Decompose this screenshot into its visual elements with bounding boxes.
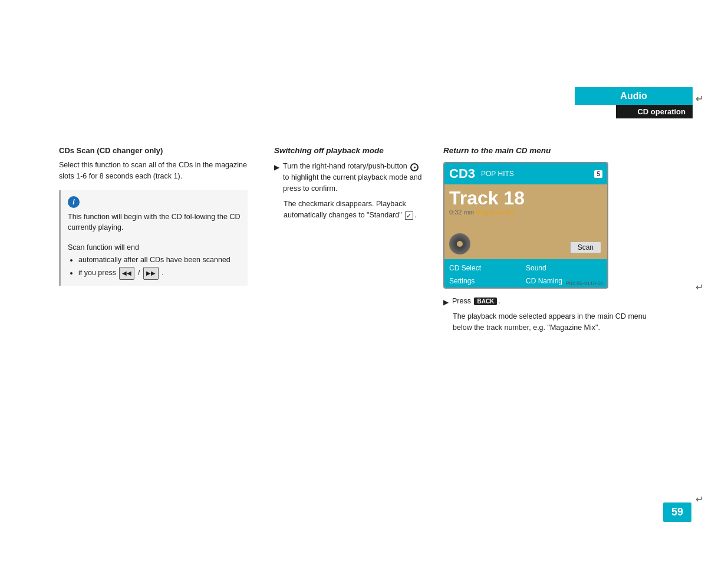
circle-icon: ●	[410, 163, 419, 171]
info-icon: i	[68, 196, 80, 208]
right-section-title: Return to the main CD menu	[443, 146, 661, 155]
arrow-icon-back: ▶	[443, 298, 449, 306]
cd3-label: CD3	[449, 166, 475, 181]
mid-section-title: Switching off playback mode	[274, 146, 427, 155]
bullet-list: automatically after all CDs have been sc…	[78, 253, 241, 280]
bullet-2-prefix: if you press	[78, 269, 116, 277]
info-text-1: This function will begin with the CD fol…	[68, 211, 241, 234]
pop-hits-label: POP HITS	[481, 170, 514, 178]
check-icon	[405, 211, 413, 220]
period: .	[162, 269, 163, 277]
arrow-icon-1: ▶	[274, 162, 279, 173]
back-button-label[interactable]: BACK	[474, 297, 497, 305]
footer-settings: Settings	[449, 275, 526, 287]
mid-column: Switching off playback mode ▶ Turn the r…	[274, 146, 427, 227]
left-column: CDs Scan (CD changer only) Select this f…	[59, 146, 248, 292]
next-btn-icon: ▶▶	[146, 268, 156, 279]
right-column: Return to the main CD menu CD3 POP HITS …	[443, 146, 661, 333]
vinyl-icon	[449, 233, 470, 254]
cd-screen-header: CD3 POP HITS 5	[444, 163, 607, 184]
arrow-decoration-bot: ↵	[696, 494, 703, 505]
page-number: 59	[663, 503, 691, 522]
arrow-decoration-top: ↵	[696, 93, 703, 104]
next-btn[interactable]: ▶▶	[143, 267, 159, 280]
track-label: Track 18	[449, 188, 602, 209]
audio-header: Audio	[575, 87, 693, 105]
mid-para-1: Turn the right-hand rotary/push-button ●…	[283, 161, 427, 194]
time-label: 0:32 min Magazine Mix	[449, 209, 602, 216]
arrow-decoration-mid: ↵	[696, 282, 703, 293]
cd-code: P82.85-9110-31	[565, 280, 604, 286]
mid-para-2: The checkmark disappears. Playback autom…	[284, 199, 427, 221]
prev-btn-icon: ◀◀	[122, 268, 131, 279]
magazine-mix-label: Magazine Mix	[476, 209, 516, 216]
info-box: i This function will begin with the CD f…	[59, 190, 248, 286]
footer-cd-select: CD Select	[449, 262, 526, 275]
press-back-row: ▶ Press BACK.	[443, 297, 661, 306]
cd-operation-header: CD operation	[616, 105, 693, 118]
num-badge: 5	[594, 170, 602, 178]
left-section-body: Select this function to scan all of the …	[59, 160, 248, 182]
cd-screen: CD3 POP HITS 5 Track 18 0:32 min Magazin…	[443, 162, 608, 289]
info-text-2: Scan function will end	[68, 242, 241, 253]
cd-screen-body: Track 18 0:32 min Magazine Mix Scan	[444, 184, 607, 259]
prev-btn[interactable]: ◀◀	[119, 267, 134, 280]
footer-sound: Sound	[526, 262, 602, 275]
bullet-item-1: automatically after all CDs have been sc…	[78, 253, 241, 267]
press-back-text: Press BACK.	[452, 297, 500, 305]
mid-bullet-1: ▶ Turn the right-hand rotary/push-button…	[274, 161, 427, 194]
slash-text: /	[138, 269, 142, 277]
scan-button[interactable]: Scan	[570, 242, 601, 253]
left-section-title: CDs Scan (CD changer only)	[59, 146, 248, 155]
result-text: The playback mode selected appears in th…	[453, 311, 661, 333]
time-value: 0:32 min	[449, 209, 476, 216]
header-area: Audio CD operation	[575, 87, 693, 118]
bullet-item-2: if you press ◀◀ / ▶▶ .	[78, 266, 241, 280]
